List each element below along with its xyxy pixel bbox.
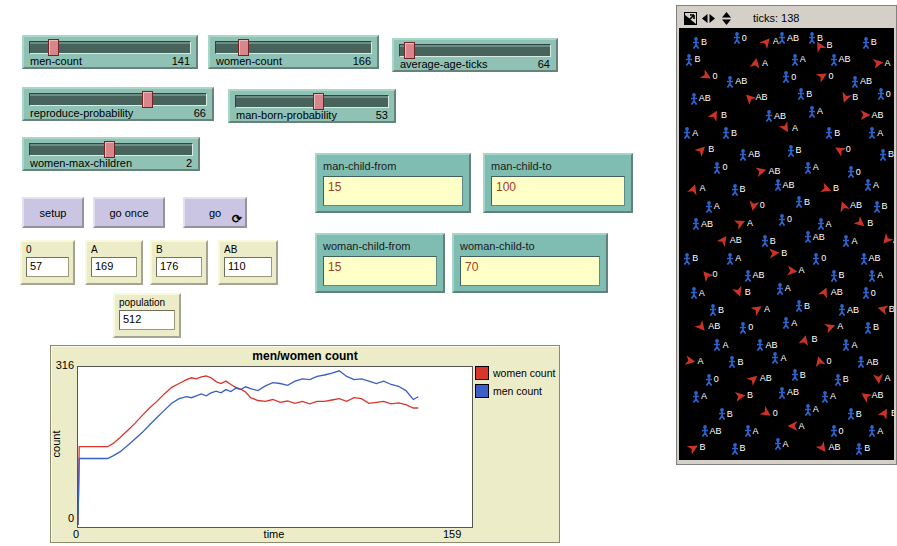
man-agent: AB (857, 356, 878, 368)
agent-blood-type-label: A (722, 341, 728, 350)
woman-agent: A (685, 356, 703, 366)
man-agent: 0 (782, 71, 796, 83)
plot-title: men/women count (51, 349, 559, 363)
woman-agent: 0 (814, 356, 831, 366)
slider-handle[interactable] (238, 39, 249, 56)
slider-handle[interactable] (313, 93, 324, 110)
pan-vertical-icon[interactable] (720, 12, 733, 25)
man-agent: AB (778, 387, 799, 399)
input-value[interactable]: 70 (460, 256, 600, 286)
agent-blood-type-label: B (727, 410, 733, 419)
man-agent: B (825, 127, 840, 139)
agent-blood-type-label: B (811, 335, 817, 344)
agent-blood-type-label: B (864, 444, 870, 453)
agent-blood-type-label: A (830, 392, 836, 401)
input-man-child-from: man-child-from 15 (315, 153, 471, 213)
monitor-population: population 512 (113, 293, 181, 338)
man-agent: B (795, 300, 810, 312)
slider-handle[interactable] (142, 91, 153, 108)
input-value[interactable]: 100 (491, 176, 625, 206)
slider-track[interactable] (29, 143, 193, 156)
input-value[interactable]: 15 (323, 256, 437, 286)
agent-blood-type-label: AB (813, 233, 825, 242)
agent-blood-type-label: 0 (742, 34, 747, 43)
slider-label: men-count (30, 55, 82, 67)
slider-men-count[interactable]: men-count141 (22, 35, 198, 69)
netlogo-interface: men-count141 women-count166 average-age-… (0, 0, 897, 546)
slider-man-born-probability[interactable]: man-born-probability53 (228, 89, 396, 123)
legend-label: women count (493, 367, 555, 379)
agent-blood-type-label: AB (748, 150, 760, 159)
slider-track[interactable] (399, 44, 551, 57)
setup-button[interactable]: setup (22, 197, 84, 228)
agent-blood-type-label: B (833, 184, 839, 193)
agent-blood-type-label: 0 (871, 289, 876, 298)
woman-agent: A (873, 58, 891, 68)
slider-handle[interactable] (404, 42, 415, 59)
man-agent: A (842, 235, 857, 247)
agent-blood-type-label: 0 (714, 375, 719, 384)
slider-average-age-ticks[interactable]: average-age-ticks64 (392, 38, 558, 72)
agent-blood-type-label: B (770, 237, 776, 246)
agent-blood-type-label: B (882, 202, 888, 211)
agent-blood-type-label: AB (787, 34, 799, 43)
pan-diagonal-icon[interactable] (684, 12, 697, 25)
agent-blood-type-label: B (740, 444, 746, 453)
slider-track[interactable] (29, 93, 207, 106)
man-agent: AB (830, 54, 851, 66)
woman-agent: A (787, 421, 805, 431)
woman-agent: A (750, 58, 768, 68)
legend-item-men: men count (475, 384, 555, 398)
man-agent: AB (765, 110, 786, 122)
input-label: woman-child-from (323, 239, 437, 253)
slider-track[interactable] (215, 41, 372, 54)
agent-blood-type-label: 0 (791, 73, 796, 82)
man-agent: 0 (862, 287, 876, 299)
legend-item-women: women count (475, 366, 555, 380)
man-agent: B (847, 408, 862, 420)
agent-blood-type-label: B (891, 409, 894, 418)
agent-blood-type-label: 0 (839, 427, 844, 436)
man-agent: A (804, 404, 819, 416)
man-agent: AB (744, 270, 765, 282)
go-forever-button[interactable]: go ⟳ (183, 197, 247, 228)
man-agent: B (791, 369, 806, 381)
slider-track[interactable] (235, 95, 389, 108)
pan-horizontal-icon[interactable] (702, 12, 715, 25)
input-value[interactable]: 15 (323, 176, 463, 206)
go-once-button[interactable]: go once (93, 197, 165, 228)
slider-women-count[interactable]: women-count166 (208, 35, 379, 69)
woman-agent: 0 (761, 408, 778, 418)
slider-track[interactable] (29, 41, 191, 54)
monitor-blood-ab: AB 110 (218, 240, 278, 285)
man-agent: AB (739, 149, 760, 161)
agent-blood-type-label: A (785, 284, 791, 293)
agent-blood-type-label: B (737, 358, 743, 367)
man-agent: A (868, 127, 883, 139)
man-agent: A (771, 352, 786, 364)
input-label: woman-child-to (460, 239, 600, 253)
agent-blood-type-label: B (834, 129, 840, 138)
woman-agent: B (688, 443, 706, 453)
man-agent: AB (756, 339, 777, 351)
agent-blood-type-label: AB (869, 254, 881, 263)
agent-blood-type-label: A (799, 266, 805, 275)
slider-reproduce-probability[interactable]: reproduce-probability66 (22, 87, 214, 121)
slider-handle[interactable] (48, 39, 59, 56)
agent-blood-type-label: A (714, 202, 720, 211)
agent-blood-type-label: B (852, 93, 858, 102)
input-woman-child-from: woman-child-from 15 (315, 233, 445, 293)
agent-blood-type-label: A (762, 59, 768, 68)
agent-blood-type-label: AB (839, 55, 851, 64)
button-label: go (209, 207, 221, 219)
agent-blood-type-label: B (708, 145, 714, 154)
woman-agent: 0 (748, 201, 765, 211)
woman-agent: B (877, 304, 894, 314)
slider-handle[interactable] (104, 141, 115, 158)
agent-blood-type-label: AB (760, 374, 772, 383)
woman-agent: AB (819, 287, 843, 297)
slider-women-max-children[interactable]: women-max-children2 (22, 137, 200, 171)
monitor-value: 57 (26, 257, 69, 277)
plot-line (78, 376, 418, 525)
agent-blood-type-label: 0 (886, 90, 891, 99)
